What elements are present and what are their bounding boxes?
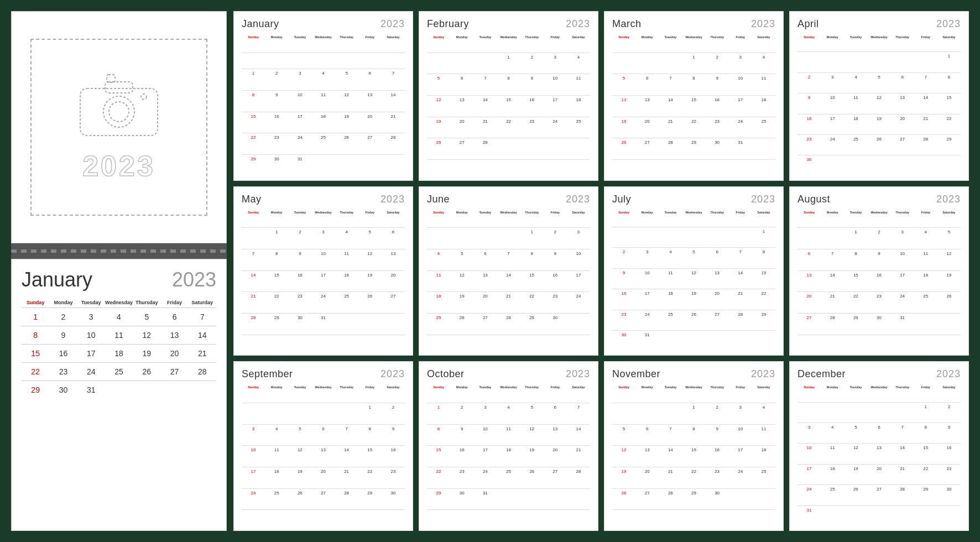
day-header: Sunday — [797, 34, 821, 51]
day-cell: 5 — [520, 403, 544, 424]
day-cell: 25 — [659, 310, 682, 330]
day-header: Thursday — [706, 210, 729, 227]
day-cell: 16 — [520, 95, 544, 117]
day-cell: 12 — [520, 424, 544, 446]
day-cell: 29 — [682, 138, 705, 159]
day-cell — [382, 53, 405, 69]
day-cell — [288, 335, 311, 351]
day-cell — [706, 509, 729, 526]
day-cell: 8 — [497, 74, 520, 95]
day-cell — [335, 403, 358, 424]
day-cell: 13 — [544, 424, 567, 446]
month-year: 2023 — [380, 18, 405, 30]
day-cell: 2 — [706, 403, 729, 424]
day-cell: 12 — [288, 445, 311, 467]
day-header: Tuesday — [288, 384, 311, 403]
month-name: October — [427, 368, 465, 380]
day-cell: 7 — [659, 424, 682, 446]
day-cell: 26 — [844, 484, 867, 505]
day-cell — [382, 313, 405, 335]
day-cell — [427, 335, 450, 351]
jan-day-header: Friday — [160, 298, 188, 308]
day-cell: 22 — [844, 291, 867, 313]
day-cell: 26 — [358, 291, 382, 313]
day-cell — [242, 227, 265, 249]
day-header: Saturday — [937, 34, 961, 51]
month-card: August2023SundayMondayTuesdayWednesdayTh… — [789, 186, 969, 356]
day-cell: 29 — [682, 488, 705, 510]
day-cell: 9 — [937, 423, 961, 443]
day-header: Friday — [544, 210, 567, 228]
jan-day-cell: 12 — [133, 326, 160, 344]
day-cell: 20 — [473, 291, 497, 313]
day-cell: 31 — [311, 313, 335, 335]
day-cell: 25 — [752, 467, 775, 488]
day-cell: 20 — [706, 289, 729, 309]
month-card: September2023SundayMondayTuesdayWednesda… — [233, 361, 413, 531]
month-card: July2023SundayMondayTuesdayWednesdayThur… — [604, 186, 784, 356]
day-cell — [450, 335, 473, 351]
month-card: March2023SundayMondayTuesdayWednesdayThu… — [604, 11, 784, 181]
day-cell: 2 — [937, 402, 961, 423]
day-cell: 6 — [635, 74, 659, 95]
jan-day-cell: 23 — [49, 362, 77, 381]
jan-day-cell: 2 — [49, 308, 77, 326]
day-cell — [497, 509, 520, 526]
day-cell: 25 — [821, 484, 844, 505]
day-cell — [682, 330, 705, 351]
day-cell: 27 — [867, 484, 890, 505]
day-cell: 3 — [311, 227, 335, 249]
day-cell — [242, 53, 265, 69]
day-header: Saturday — [567, 34, 590, 53]
day-cell: 27 — [706, 310, 729, 330]
day-cell: 16 — [544, 270, 567, 292]
day-cell: 23 — [288, 291, 311, 313]
day-cell — [635, 227, 659, 247]
day-cell — [797, 402, 821, 423]
day-cell: 8 — [844, 249, 867, 270]
day-cell: 9 — [382, 424, 405, 446]
day-cell: 2 — [288, 227, 311, 249]
day-cell: 19 — [520, 445, 544, 467]
day-cell: 29 — [914, 484, 937, 505]
day-cell — [659, 159, 682, 176]
day-cell: 8 — [914, 423, 937, 443]
day-cell — [288, 509, 311, 526]
day-cell: 25 — [265, 488, 288, 510]
day-cell: 19 — [867, 114, 890, 134]
day-cell: 3 — [891, 227, 914, 249]
day-cell: 13 — [635, 95, 659, 117]
day-cell: 27 — [635, 488, 659, 510]
day-cell: 5 — [450, 249, 473, 270]
day-header: Wednesday — [311, 384, 335, 403]
day-cell — [914, 335, 937, 351]
day-cell: 12 — [867, 93, 890, 113]
day-header: Wednesday — [867, 384, 890, 402]
day-header: Thursday — [706, 384, 729, 403]
month-year: 2023 — [936, 18, 961, 30]
day-cell: 20 — [867, 464, 890, 484]
day-cell: 17 — [729, 445, 752, 467]
day-cell: 5 — [867, 72, 890, 93]
day-cell: 15 — [752, 268, 775, 289]
day-header: Tuesday — [473, 384, 497, 403]
day-header: Sunday — [612, 210, 635, 227]
day-cell: 4 — [567, 53, 590, 74]
day-cell — [497, 335, 520, 351]
day-cell: 6 — [891, 72, 914, 93]
day-cell: 21 — [335, 467, 358, 488]
day-cell: 4 — [497, 403, 520, 424]
day-cell: 22 — [914, 464, 937, 484]
day-cell: 15 — [242, 112, 265, 133]
day-cell — [311, 335, 335, 351]
day-cell: 6 — [635, 424, 659, 446]
day-cell — [797, 335, 821, 351]
day-cell: 1 — [844, 227, 867, 249]
jan-day-cell: 7 — [189, 308, 216, 326]
day-cell: 16 — [937, 443, 961, 463]
day-header: Monday — [450, 210, 473, 228]
day-cell: 23 — [544, 291, 567, 313]
day-cell: 23 — [450, 467, 473, 488]
day-cell: 18 — [427, 291, 450, 313]
day-cell: 19 — [335, 112, 358, 133]
